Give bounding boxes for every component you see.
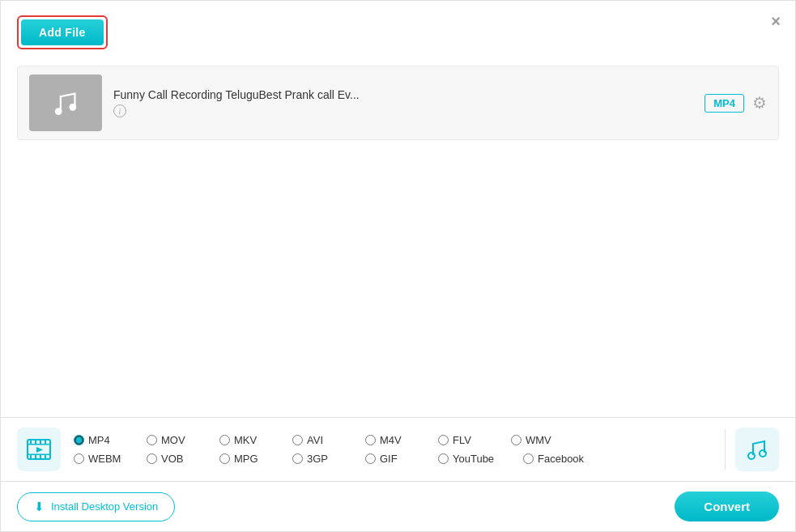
format-option-facebook[interactable]: Facebook [523,453,596,465]
file-name: Funny Call Recording TeluguBest Prank ca… [113,88,693,101]
music-note-icon [48,85,83,121]
svg-point-15 [760,450,766,457]
format-option-avi[interactable]: AVI [292,434,349,446]
format-option-m4v[interactable]: M4V [365,434,422,446]
app-container: Add File × Funny Call Recording TeluguBe… [0,0,796,532]
video-format-type-icon[interactable] [17,428,61,471]
file-item: Funny Call Recording TeluguBest Prank ca… [17,66,779,140]
file-info: Funny Call Recording TeluguBest Prank ca… [113,88,693,117]
svg-rect-11 [40,455,41,459]
format-divider [725,429,726,470]
svg-rect-7 [40,440,41,444]
svg-rect-5 [30,440,32,444]
close-button[interactable]: × [771,12,781,31]
file-actions: MP4 ⚙ [704,93,767,113]
add-file-button[interactable]: Add File [21,19,104,45]
svg-rect-4 [28,454,50,456]
svg-rect-9 [30,455,32,459]
format-row-2: WEBM VOB MPG 3GP GIF YouTube [74,453,715,465]
format-bar: MP4 MOV MKV AVI M4V FLV WM [1,417,795,481]
format-option-3gp[interactable]: 3GP [292,453,349,465]
format-options: MP4 MOV MKV AVI M4V FLV WM [74,434,715,465]
music-note-format-icon [745,437,769,462]
audio-format-type-icon[interactable] [735,428,779,471]
settings-icon[interactable]: ⚙ [752,93,767,113]
svg-point-0 [55,108,62,115]
svg-point-14 [748,453,755,459]
footer: ⬇ Install Desktop Version Convert [1,481,795,531]
svg-marker-13 [36,447,43,453]
svg-rect-12 [45,455,46,459]
svg-rect-10 [35,455,36,459]
svg-rect-6 [35,440,36,444]
add-file-btn-wrapper: Add File [17,15,108,49]
toolbar: Add File × [1,1,795,59]
format-option-mpg[interactable]: MPG [219,453,276,465]
format-option-mkv[interactable]: MKV [219,434,276,446]
install-label: Install Desktop Version [51,500,158,513]
format-badge: MP4 [704,94,744,113]
file-list: Funny Call Recording TeluguBest Prank ca… [1,59,795,245]
format-option-youtube[interactable]: YouTube [438,453,507,465]
svg-point-1 [69,104,76,111]
format-option-gif[interactable]: GIF [365,453,422,465]
info-icon[interactable]: i [113,104,126,117]
file-thumbnail [29,74,102,131]
format-option-mp4[interactable]: MP4 [74,434,130,446]
install-desktop-button[interactable]: ⬇ Install Desktop Version [17,492,175,521]
format-option-webm[interactable]: WEBM [74,453,130,465]
empty-area [1,245,795,417]
convert-button[interactable]: Convert [675,492,779,521]
svg-rect-8 [45,440,46,444]
format-option-vob[interactable]: VOB [147,453,203,465]
download-icon: ⬇ [34,500,45,514]
film-strip-icon [26,436,52,462]
format-option-wmv[interactable]: WMV [511,434,568,446]
svg-rect-3 [28,444,50,445]
format-option-flv[interactable]: FLV [438,434,495,446]
format-row-1: MP4 MOV MKV AVI M4V FLV WM [74,434,715,446]
format-option-mov[interactable]: MOV [147,434,203,446]
